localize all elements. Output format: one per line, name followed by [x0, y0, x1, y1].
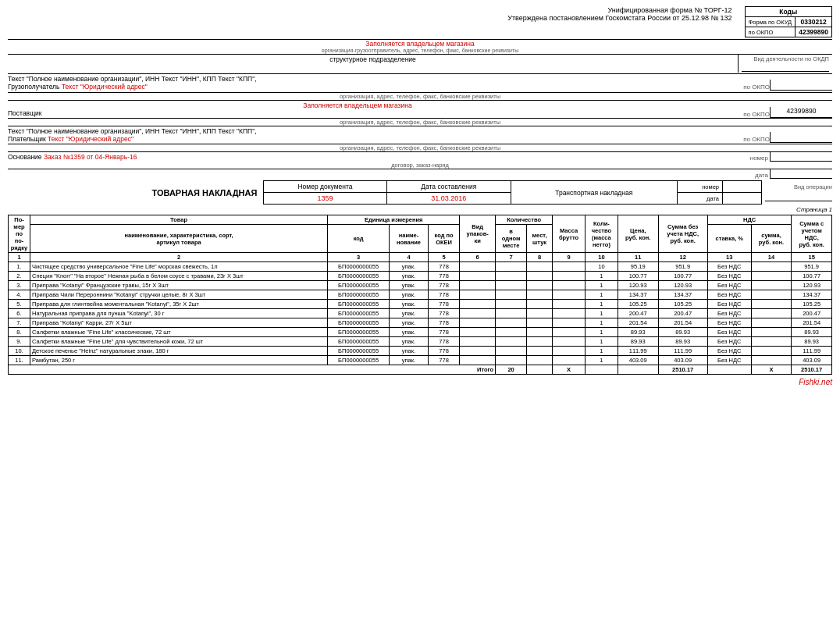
col-num-11: 11	[618, 253, 658, 262]
th-okei: код поОКЕИ	[428, 225, 459, 253]
th-vmeste: мест,штук	[526, 225, 552, 253]
th-tovar-sub: наименование, характеристика, сорт,артик…	[30, 225, 328, 253]
title2: Утверждена постановлением Госкомстата Ро…	[507, 14, 731, 22]
nomer-doc-label: Номер документа	[264, 181, 386, 193]
th-nomer: По-мерпопо-рядку	[9, 215, 30, 253]
org-adres-label3: организация, адрес, телефон, факс, банко…	[8, 144, 832, 151]
codes-table: Коды Форма по ОКУД 0330212 по ОКПО 42399…	[745, 6, 832, 37]
col-num-2: 2	[30, 253, 328, 262]
org1-label: Текст "Полное наименование организации",…	[8, 75, 707, 83]
table-row: 8. Салфетки влажные "Fine Life" классиче…	[9, 328, 832, 337]
zap-vladel: Заполняется владельцем магазина	[8, 101, 707, 109]
okpo-value3: 42399890	[770, 107, 832, 118]
table-row: 10. Детское печенье "Heinz" натуральные …	[9, 347, 832, 356]
itogo-summa-nds: 2510.17	[792, 365, 832, 375]
itogo-massa: Х	[553, 365, 586, 375]
table-row: 1. Чистящее средство универсальное "Fine…	[9, 262, 832, 272]
okpo-label3: по ОКПО	[707, 111, 770, 118]
osnov-label: Основание	[8, 153, 42, 161]
col-num-1: 1	[9, 253, 30, 262]
table-row: 5. Приправа для глинтвейна моментальная …	[9, 300, 832, 309]
gruzopol-value: Текст "Юридический адрес"	[62, 83, 148, 91]
vid-deyat-label: Вид деятельности по ОКДП	[742, 55, 829, 62]
th-summa-nds: Сумма сучетомНДС,руб. кон.	[792, 215, 832, 253]
th-kol-mesta: Коли-чество(массанетто)	[585, 215, 618, 253]
col-num-6: 6	[460, 253, 496, 262]
col-num-3: 3	[328, 253, 390, 262]
col-num-4: 4	[390, 253, 429, 262]
page-number: Страница 1	[8, 206, 832, 213]
th-naim: наиме-нование	[390, 225, 429, 253]
th-nds-sum: сумма,руб. кон.	[751, 225, 792, 253]
col-num-7: 7	[496, 253, 527, 262]
gruzootpr-red-label: Заполняется владельцем магазина	[8, 40, 832, 48]
th-ed-izm: Единица измерения	[328, 215, 460, 225]
okpo-value: 42399890	[796, 27, 832, 37]
codes-label: Коды	[745, 7, 831, 17]
page: Унифицированная форма № ТОРГ-12 Утвержде…	[0, 0, 840, 619]
th-vodnom: водномместе	[496, 225, 527, 253]
table-row: 3. Приправа "Kotanyi" Французские травы,…	[9, 281, 832, 290]
data-sost-label: Дата составления	[386, 181, 511, 193]
osnov-value: Заказ №1359 от 04-Январь-16	[44, 153, 137, 161]
okpo-label: по ОКПО	[745, 27, 796, 37]
data-label2: дата	[677, 193, 722, 205]
col-num-8: 8	[526, 253, 552, 262]
forma-label: Форма по ОКУД	[745, 17, 796, 27]
th-kol-top: Количество	[496, 215, 553, 225]
itogo-label: Итого	[9, 365, 496, 375]
org2-label: Текст "Полное наименование организации",…	[8, 127, 707, 135]
itogo-nds-sum: Х	[751, 365, 792, 375]
th-vid-upak: Видупаков-ки	[460, 215, 496, 253]
okpo-label2: по ОКПО	[707, 84, 770, 91]
fishki-watermark: Fishki.net	[8, 378, 832, 386]
th-summa-bez: Сумма безучета НДС,руб. кон.	[658, 215, 707, 253]
main-data-table: По-мерпопо-рядку Товар Единица измерения…	[8, 215, 832, 375]
itogo-summa: 2510.17	[658, 365, 707, 375]
table-row: 9. Салфетки влажные "Fine Life" для чувс…	[9, 337, 832, 347]
plateln-value: Текст "Юридический адрес"	[48, 135, 133, 143]
nomer-label: номер	[750, 155, 768, 162]
postavshik-label: Поставщик	[8, 109, 42, 117]
table-row: 6. Натуральная приправа для пунша "Kotan…	[9, 309, 832, 318]
title1: Унифицированная форма № ТОРГ-12	[507, 6, 731, 14]
th-kod: код	[328, 225, 390, 253]
tovar-naklad-title: ТОВАРНАЯ НАКЛАДНАЯ	[151, 188, 257, 197]
nomer-label2: номер	[677, 181, 722, 193]
col-num-15: 15	[792, 253, 832, 262]
col-num-10: 10	[585, 253, 618, 262]
vid-oper-label: Вид операции	[765, 183, 832, 190]
doc-info-table: Номер документа Дата составления Транспо…	[263, 180, 762, 205]
itogo-kol: 20	[496, 365, 527, 375]
table-row: 11. Рамбутан, 250 г БП0000000055 упак. 7…	[9, 356, 832, 365]
col-num-9: 9	[553, 253, 586, 262]
col-num-14: 14	[751, 253, 792, 262]
okpo-label4: по ОКПО	[707, 136, 770, 143]
th-nds-stavka: ставка, %	[707, 225, 751, 253]
data-label: дата	[755, 172, 768, 179]
nomer-doc-value: 1359	[264, 193, 386, 205]
org-adres-label: организация, адрес, телефон, факс, банко…	[8, 92, 832, 100]
th-cena: Цена,руб. кон.	[618, 215, 658, 253]
col-num-5: 5	[428, 253, 459, 262]
gruzootpr-field-label: организация-грузоотправитель, адрес, тел…	[8, 48, 832, 53]
org-adres-label2: организация, адрес, телефон, факс, банко…	[8, 118, 832, 126]
th-tovar-top: Товар	[30, 215, 328, 225]
col-num-13: 13	[707, 253, 751, 262]
dogovor-label: договор, заказ-наряд	[8, 162, 832, 169]
transp-naklad-label: Транспортная накладная	[511, 181, 677, 205]
plateln-label: Плательщик	[8, 135, 46, 143]
forma-value: 0330212	[796, 17, 832, 27]
struct-label: структурное подразделение	[11, 55, 735, 63]
itogo-row: Итого 20 Х 2510.17 Х 2510.17	[9, 365, 832, 375]
table-row: 2. Специя "Knorr" "На второе" Нежная рыб…	[9, 272, 832, 281]
th-nds: НДС	[707, 215, 791, 225]
gruzopol-label: Грузополучатель	[8, 83, 60, 91]
table-row: 7. Приправа "Kotanyi" Карри, 27г Х 5шт Б…	[9, 318, 832, 328]
data-sost-value: 31.03.2016	[386, 193, 511, 205]
col-num-12: 12	[658, 253, 707, 262]
table-row: 4. Приправа Чили Перероннини "Kotanyi" с…	[9, 290, 832, 300]
th-massa: Массабрутто	[553, 215, 586, 253]
